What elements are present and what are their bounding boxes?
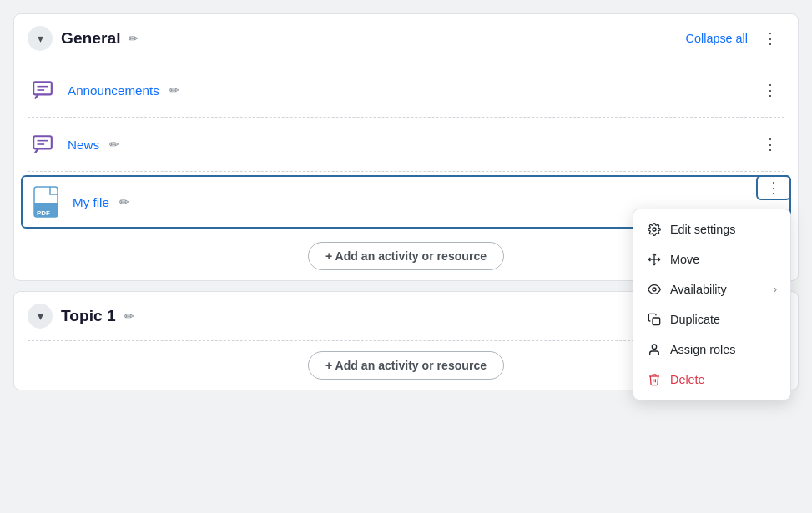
svg-point-11 [653,228,656,231]
svg-rect-3 [33,136,52,148]
announcements-forum-icon [28,75,58,105]
menu-item-availability[interactable]: Availability › [633,274,790,304]
topic1-add-activity-button[interactable]: + Add an activity or resource [308,351,504,380]
announcements-right: ⋮ [756,79,784,101]
menu-duplicate-label: Duplicate [670,313,720,326]
menu-item-edit-settings[interactable]: Edit settings [633,214,790,244]
topic1-edit-icon[interactable]: ✏ [124,309,134,323]
collapse-all-link[interactable]: Collapse all [686,32,748,45]
myfile-link[interactable]: My file [73,195,109,209]
general-add-activity-button[interactable]: + Add an activity or resource [308,242,504,270]
announcements-row: Announcements ✏ ⋮ [14,63,798,117]
general-edit-icon[interactable]: ✏ [129,32,139,45]
availability-arrow-icon: › [774,284,777,295]
menu-item-assign-roles[interactable]: Assign roles [633,334,790,365]
svg-rect-0 [33,82,52,94]
general-section: ▾ General ✏ Collapse all ⋮ Announcements… [13,13,799,281]
menu-item-duplicate[interactable]: Duplicate [633,304,790,334]
announcements-menu-button[interactable]: ⋮ [756,79,784,101]
svg-point-14 [653,288,656,291]
menu-edit-settings-label: Edit settings [670,223,735,236]
myfile-context-menu-wrapper: ⋮ Edit settings [756,175,791,200]
trash-icon [647,372,662,387]
svg-point-16 [652,345,656,349]
menu-assign-roles-label: Assign roles [670,343,735,356]
general-section-title: General [61,29,120,48]
gear-icon [647,222,662,237]
myfile-edit-icon[interactable]: ✏ [119,195,129,209]
topic1-section-title: Topic 1 [61,307,116,325]
menu-item-move[interactable]: Move [633,244,790,274]
myfile-context-menu: Edit settings [633,209,791,400]
svg-text:PDF: PDF [37,209,50,217]
move-icon [647,252,662,267]
general-collapse-button[interactable]: ▾ [28,26,53,51]
announcements-link[interactable]: Announcements [68,83,159,98]
svg-rect-15 [653,318,660,325]
divider-3 [28,171,784,172]
news-row: News ✏ ⋮ [14,118,798,171]
user-circle-icon [647,342,662,357]
topic1-collapse-button[interactable]: ▾ [28,304,53,329]
news-edit-icon[interactable]: ✏ [109,138,119,151]
news-forum-icon [28,129,58,159]
menu-availability-label: Availability [670,283,727,296]
myfile-menu-button[interactable]: ⋮ [756,175,791,200]
announcements-edit-icon[interactable]: ✏ [169,83,179,97]
eye-icon [647,282,662,297]
menu-delete-label: Delete [670,373,705,386]
news-menu-button[interactable]: ⋮ [756,133,784,155]
news-link[interactable]: News [68,138,99,152]
menu-item-delete[interactable]: Delete [633,365,790,395]
myfile-pdf-icon: PDF [33,187,63,217]
news-right: ⋮ [756,133,784,155]
duplicate-icon [647,312,662,327]
general-section-menu-button[interactable]: ⋮ [756,28,784,49]
general-section-header: ▾ General ✏ Collapse all ⋮ [14,14,798,63]
menu-move-label: Move [670,253,699,266]
